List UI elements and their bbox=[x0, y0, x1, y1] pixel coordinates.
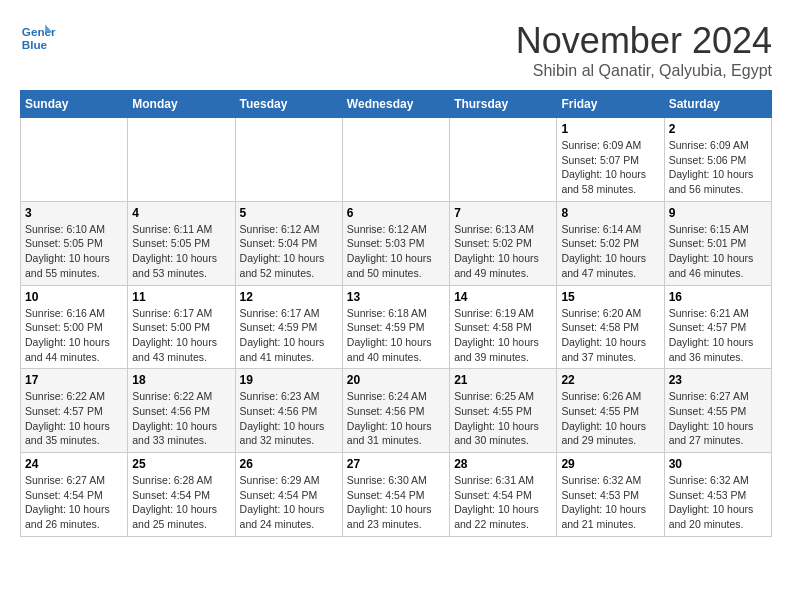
calendar-table: SundayMondayTuesdayWednesdayThursdayFrid… bbox=[20, 90, 772, 537]
weekday-header: Tuesday bbox=[235, 91, 342, 118]
day-info: Sunrise: 6:21 AM Sunset: 4:57 PM Dayligh… bbox=[669, 306, 767, 365]
weekday-header: Saturday bbox=[664, 91, 771, 118]
calendar-cell: 20Sunrise: 6:24 AM Sunset: 4:56 PM Dayli… bbox=[342, 369, 449, 453]
calendar-cell: 28Sunrise: 6:31 AM Sunset: 4:54 PM Dayli… bbox=[450, 453, 557, 537]
calendar-cell: 14Sunrise: 6:19 AM Sunset: 4:58 PM Dayli… bbox=[450, 285, 557, 369]
day-info: Sunrise: 6:10 AM Sunset: 5:05 PM Dayligh… bbox=[25, 222, 123, 281]
day-number: 20 bbox=[347, 373, 445, 387]
calendar-cell bbox=[235, 118, 342, 202]
calendar-cell: 24Sunrise: 6:27 AM Sunset: 4:54 PM Dayli… bbox=[21, 453, 128, 537]
day-info: Sunrise: 6:28 AM Sunset: 4:54 PM Dayligh… bbox=[132, 473, 230, 532]
calendar-cell: 4Sunrise: 6:11 AM Sunset: 5:05 PM Daylig… bbox=[128, 201, 235, 285]
day-info: Sunrise: 6:16 AM Sunset: 5:00 PM Dayligh… bbox=[25, 306, 123, 365]
day-number: 14 bbox=[454, 290, 552, 304]
day-number: 24 bbox=[25, 457, 123, 471]
day-info: Sunrise: 6:20 AM Sunset: 4:58 PM Dayligh… bbox=[561, 306, 659, 365]
day-info: Sunrise: 6:13 AM Sunset: 5:02 PM Dayligh… bbox=[454, 222, 552, 281]
day-info: Sunrise: 6:30 AM Sunset: 4:54 PM Dayligh… bbox=[347, 473, 445, 532]
day-number: 21 bbox=[454, 373, 552, 387]
day-info: Sunrise: 6:17 AM Sunset: 5:00 PM Dayligh… bbox=[132, 306, 230, 365]
day-number: 5 bbox=[240, 206, 338, 220]
day-number: 9 bbox=[669, 206, 767, 220]
calendar-cell: 5Sunrise: 6:12 AM Sunset: 5:04 PM Daylig… bbox=[235, 201, 342, 285]
day-info: Sunrise: 6:27 AM Sunset: 4:55 PM Dayligh… bbox=[669, 389, 767, 448]
weekday-header: Monday bbox=[128, 91, 235, 118]
calendar-cell: 2Sunrise: 6:09 AM Sunset: 5:06 PM Daylig… bbox=[664, 118, 771, 202]
calendar-cell: 9Sunrise: 6:15 AM Sunset: 5:01 PM Daylig… bbox=[664, 201, 771, 285]
day-info: Sunrise: 6:19 AM Sunset: 4:58 PM Dayligh… bbox=[454, 306, 552, 365]
calendar-cell: 23Sunrise: 6:27 AM Sunset: 4:55 PM Dayli… bbox=[664, 369, 771, 453]
calendar-cell: 12Sunrise: 6:17 AM Sunset: 4:59 PM Dayli… bbox=[235, 285, 342, 369]
calendar-cell: 29Sunrise: 6:32 AM Sunset: 4:53 PM Dayli… bbox=[557, 453, 664, 537]
day-info: Sunrise: 6:23 AM Sunset: 4:56 PM Dayligh… bbox=[240, 389, 338, 448]
day-number: 28 bbox=[454, 457, 552, 471]
day-info: Sunrise: 6:12 AM Sunset: 5:03 PM Dayligh… bbox=[347, 222, 445, 281]
weekday-header: Thursday bbox=[450, 91, 557, 118]
day-number: 26 bbox=[240, 457, 338, 471]
day-info: Sunrise: 6:31 AM Sunset: 4:54 PM Dayligh… bbox=[454, 473, 552, 532]
location: Shibin al Qanatir, Qalyubia, Egypt bbox=[516, 62, 772, 80]
day-number: 11 bbox=[132, 290, 230, 304]
day-number: 3 bbox=[25, 206, 123, 220]
calendar-cell: 16Sunrise: 6:21 AM Sunset: 4:57 PM Dayli… bbox=[664, 285, 771, 369]
day-number: 12 bbox=[240, 290, 338, 304]
day-info: Sunrise: 6:26 AM Sunset: 4:55 PM Dayligh… bbox=[561, 389, 659, 448]
day-number: 17 bbox=[25, 373, 123, 387]
title-block: November 2024 Shibin al Qanatir, Qalyubi… bbox=[516, 20, 772, 80]
logo-icon: General Blue bbox=[20, 20, 56, 56]
calendar-cell: 19Sunrise: 6:23 AM Sunset: 4:56 PM Dayli… bbox=[235, 369, 342, 453]
day-info: Sunrise: 6:12 AM Sunset: 5:04 PM Dayligh… bbox=[240, 222, 338, 281]
day-info: Sunrise: 6:11 AM Sunset: 5:05 PM Dayligh… bbox=[132, 222, 230, 281]
day-number: 1 bbox=[561, 122, 659, 136]
weekday-header: Sunday bbox=[21, 91, 128, 118]
day-info: Sunrise: 6:17 AM Sunset: 4:59 PM Dayligh… bbox=[240, 306, 338, 365]
day-info: Sunrise: 6:29 AM Sunset: 4:54 PM Dayligh… bbox=[240, 473, 338, 532]
day-info: Sunrise: 6:15 AM Sunset: 5:01 PM Dayligh… bbox=[669, 222, 767, 281]
calendar-cell: 13Sunrise: 6:18 AM Sunset: 4:59 PM Dayli… bbox=[342, 285, 449, 369]
calendar-cell bbox=[342, 118, 449, 202]
calendar-cell: 17Sunrise: 6:22 AM Sunset: 4:57 PM Dayli… bbox=[21, 369, 128, 453]
calendar-cell: 30Sunrise: 6:32 AM Sunset: 4:53 PM Dayli… bbox=[664, 453, 771, 537]
day-number: 4 bbox=[132, 206, 230, 220]
day-info: Sunrise: 6:09 AM Sunset: 5:06 PM Dayligh… bbox=[669, 138, 767, 197]
day-number: 6 bbox=[347, 206, 445, 220]
day-info: Sunrise: 6:32 AM Sunset: 4:53 PM Dayligh… bbox=[669, 473, 767, 532]
day-number: 19 bbox=[240, 373, 338, 387]
day-number: 2 bbox=[669, 122, 767, 136]
day-number: 10 bbox=[25, 290, 123, 304]
calendar-cell bbox=[450, 118, 557, 202]
calendar-week-row: 1Sunrise: 6:09 AM Sunset: 5:07 PM Daylig… bbox=[21, 118, 772, 202]
day-number: 29 bbox=[561, 457, 659, 471]
calendar-header: SundayMondayTuesdayWednesdayThursdayFrid… bbox=[21, 91, 772, 118]
calendar-cell: 27Sunrise: 6:30 AM Sunset: 4:54 PM Dayli… bbox=[342, 453, 449, 537]
day-number: 8 bbox=[561, 206, 659, 220]
calendar-cell: 10Sunrise: 6:16 AM Sunset: 5:00 PM Dayli… bbox=[21, 285, 128, 369]
calendar-cell: 15Sunrise: 6:20 AM Sunset: 4:58 PM Dayli… bbox=[557, 285, 664, 369]
calendar-week-row: 17Sunrise: 6:22 AM Sunset: 4:57 PM Dayli… bbox=[21, 369, 772, 453]
day-number: 13 bbox=[347, 290, 445, 304]
calendar-cell bbox=[128, 118, 235, 202]
day-info: Sunrise: 6:32 AM Sunset: 4:53 PM Dayligh… bbox=[561, 473, 659, 532]
svg-text:Blue: Blue bbox=[22, 38, 48, 51]
day-info: Sunrise: 6:14 AM Sunset: 5:02 PM Dayligh… bbox=[561, 222, 659, 281]
calendar-week-row: 10Sunrise: 6:16 AM Sunset: 5:00 PM Dayli… bbox=[21, 285, 772, 369]
calendar-cell bbox=[21, 118, 128, 202]
weekday-header: Friday bbox=[557, 91, 664, 118]
day-number: 30 bbox=[669, 457, 767, 471]
day-number: 15 bbox=[561, 290, 659, 304]
day-number: 22 bbox=[561, 373, 659, 387]
day-info: Sunrise: 6:27 AM Sunset: 4:54 PM Dayligh… bbox=[25, 473, 123, 532]
page-header: General Blue November 2024 Shibin al Qan… bbox=[20, 20, 772, 80]
weekday-header: Wednesday bbox=[342, 91, 449, 118]
calendar-cell: 7Sunrise: 6:13 AM Sunset: 5:02 PM Daylig… bbox=[450, 201, 557, 285]
day-number: 18 bbox=[132, 373, 230, 387]
calendar-week-row: 24Sunrise: 6:27 AM Sunset: 4:54 PM Dayli… bbox=[21, 453, 772, 537]
calendar-cell: 6Sunrise: 6:12 AM Sunset: 5:03 PM Daylig… bbox=[342, 201, 449, 285]
calendar-cell: 3Sunrise: 6:10 AM Sunset: 5:05 PM Daylig… bbox=[21, 201, 128, 285]
calendar-cell: 1Sunrise: 6:09 AM Sunset: 5:07 PM Daylig… bbox=[557, 118, 664, 202]
calendar-cell: 25Sunrise: 6:28 AM Sunset: 4:54 PM Dayli… bbox=[128, 453, 235, 537]
logo: General Blue bbox=[20, 20, 56, 56]
calendar-cell: 18Sunrise: 6:22 AM Sunset: 4:56 PM Dayli… bbox=[128, 369, 235, 453]
calendar-cell: 26Sunrise: 6:29 AM Sunset: 4:54 PM Dayli… bbox=[235, 453, 342, 537]
calendar-cell: 11Sunrise: 6:17 AM Sunset: 5:00 PM Dayli… bbox=[128, 285, 235, 369]
